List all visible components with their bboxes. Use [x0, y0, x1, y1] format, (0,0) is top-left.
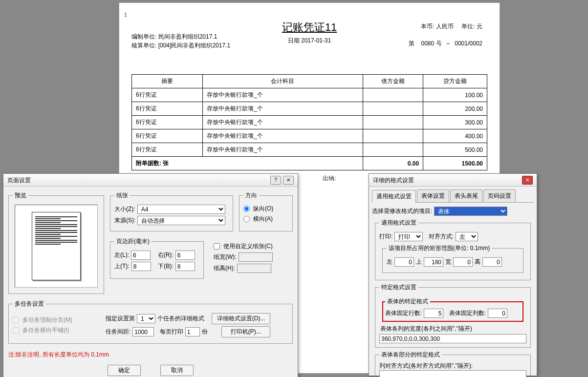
total-debit: 0.00	[363, 157, 423, 170]
margin-left-input[interactable]	[131, 251, 151, 260]
cell-subject: 存放中央银行款项_个	[203, 102, 363, 116]
orientation-group: 方向 纵向(O) 横向(A)	[239, 191, 293, 231]
date-label: 日期	[288, 37, 300, 44]
col-align-input[interactable]	[379, 370, 526, 377]
multitask-legend: 多任务设置	[13, 300, 46, 308]
printer-button[interactable]: 打印机(P)...	[221, 326, 270, 337]
common-format-group: 通用格式设置 打印: 打印 对齐方式: 左 该项目所占用的矩形范围(单位: 0.…	[375, 219, 531, 280]
date-value: 2017-01-31	[301, 37, 331, 44]
cell-debit	[363, 143, 423, 157]
no-value: 0080 号	[421, 40, 442, 47]
rect-width-input[interactable]	[453, 257, 473, 267]
col-subject: 会计科目	[203, 75, 363, 88]
voucher-table: 摘要 会计科目 借方金额 贷方金额 6行凭证存放中央银行款项_个100.006行…	[131, 74, 487, 170]
org-value: 民间非盈利组织2017.1	[158, 33, 218, 40]
col-summary: 摘要	[132, 75, 203, 88]
align-select[interactable]: 左	[456, 232, 478, 241]
cell-debit	[363, 88, 423, 102]
tab-common[interactable]: 通用格式设置	[372, 190, 416, 203]
print-select[interactable]: 打印	[394, 232, 423, 241]
cell-summary: 6行凭证	[132, 129, 203, 143]
common-format-legend: 通用格式设置	[379, 219, 418, 227]
detail-format-button[interactable]: 详细格式设置(D)...	[212, 313, 271, 324]
tab-body[interactable]: 表体设置	[417, 189, 449, 202]
acc-label: 核算单位:	[131, 42, 156, 49]
paper-source-label: 来源(S):	[114, 216, 135, 225]
col-width-input[interactable]	[379, 334, 526, 343]
body-parts-legend: 表体各部分的特定格式	[379, 351, 442, 359]
cell-summary: 6行凭证	[132, 143, 203, 157]
col-width-label: 表体各列的宽度(各列之间用","隔开)	[380, 325, 525, 333]
close-button[interactable]: ✕	[283, 176, 294, 185]
set-task-no-label-r: 个任务的详细格式	[157, 314, 204, 323]
task-gap-input[interactable]	[132, 327, 154, 336]
cancel-button[interactable]: 取消	[160, 365, 194, 376]
paper-group: 纸张 大小(Z): A4 来源(S): 自动选择	[110, 191, 233, 231]
margin-right-input[interactable]	[175, 251, 195, 260]
tab-pageno[interactable]: 页码设置	[483, 189, 516, 202]
select-item-dropdown[interactable]: 表体	[434, 207, 507, 216]
rect-group: 该项目所占用的矩形范围(单位: 0.1mm) 左 上 宽 高	[382, 244, 523, 273]
perpage-label-l: 每页打印	[160, 328, 183, 336]
cell-subject: 存放中央银行款项_个	[203, 143, 363, 157]
paper-width-label: 纸宽(W):	[214, 253, 237, 261]
cell-summary: 6行凭证	[132, 102, 203, 116]
print-label: 打印:	[379, 232, 392, 241]
paper-height-label: 纸高(H):	[214, 264, 235, 272]
rect-top-input[interactable]	[424, 257, 443, 267]
preview-legend: 预览	[13, 191, 28, 200]
cell-subject: 存放中央银行款项_个	[203, 88, 363, 102]
table-row: 6行凭证存放中央银行款项_个500.00	[132, 143, 487, 157]
cell-debit	[363, 129, 423, 143]
help-button[interactable]: ?	[270, 176, 281, 185]
preview-pane	[15, 205, 98, 288]
page-corner-number: 1	[124, 12, 127, 18]
unit-value: 元	[477, 23, 482, 30]
cell-debit	[363, 102, 423, 116]
cell-summary: 6行凭证	[132, 88, 203, 102]
org-label: 编制单位:	[131, 33, 156, 40]
paper-source-select[interactable]: 自动选择	[137, 216, 225, 225]
table-row: 6行凭证存放中央银行款项_个100.00	[132, 88, 487, 102]
cell-debit	[363, 116, 423, 129]
detail-format-dialog: 详细的格式设置 ✕ 通用格式设置 表体设置 表头表尾 页码设置 选择需修改格式的…	[369, 173, 537, 376]
page-setup-title: 页面设置	[7, 174, 31, 187]
custom-paper-checkbox[interactable]	[214, 243, 220, 250]
rect-height-input[interactable]	[482, 257, 502, 267]
perpage-input[interactable]	[185, 327, 200, 336]
rect-top-label: 上	[416, 258, 422, 266]
detail-close-button[interactable]: ✕	[522, 176, 533, 185]
cell-credit: 100.00	[423, 88, 487, 102]
multitask-group: 多任务设置 多任务强制分页(M) 多任务横向平铺(I) 指定设置第 1 个任务的…	[8, 300, 293, 344]
paper-size-select[interactable]: A4	[137, 205, 225, 214]
set-task-no-select[interactable]: 1	[137, 314, 155, 323]
specific-format-group: 特定格式设置 表体的特定格式 表体固定行数: 表体固定列数: 表体各列的宽度(各…	[375, 283, 531, 348]
col-align-label: 列对齐方式(各对齐方式间用","隔开):	[379, 362, 526, 370]
orientation-landscape-label: 横向(A)	[253, 215, 273, 223]
margin-bottom-input[interactable]	[175, 262, 195, 271]
meta-left: 编制单位: 民间非盈利组织2017.1 核算单位: [004]民间非盈利组织20…	[131, 32, 230, 50]
fixed-cols-input[interactable]	[488, 309, 507, 318]
cell-credit: 400.00	[423, 129, 487, 143]
ok-button[interactable]: 确定	[108, 365, 141, 376]
custom-paper-block: 使用自定义纸张(C) 纸宽(W): 纸高(H):	[210, 237, 293, 279]
rect-left-input[interactable]	[394, 257, 414, 267]
orientation-portrait-label: 纵向(O)	[253, 205, 273, 213]
margin-top-input[interactable]	[131, 262, 151, 271]
margin-left-label: 左(L):	[114, 251, 129, 259]
force-break-label: 多任务强制分页(M)	[22, 316, 72, 324]
force-break-checkbox	[13, 317, 19, 323]
paper-legend: 纸张	[114, 191, 130, 200]
tab-headfoot[interactable]: 表头表尾	[450, 189, 482, 202]
cell-summary: 6行凭证	[132, 116, 203, 129]
cell-subject: 存放中央银行款项_个	[203, 116, 363, 129]
no-sep: –	[447, 40, 450, 47]
table-row: 6行凭证存放中央银行款项_个300.00	[132, 116, 487, 129]
fixed-rows-input[interactable]	[424, 309, 443, 318]
acc-value: [004]民间非盈利组织2017.1	[158, 42, 230, 49]
meta-right-currency: 本币: 人民币 单位: 元	[421, 22, 482, 31]
no-label: 第	[409, 40, 414, 47]
orientation-portrait-radio[interactable]	[243, 206, 250, 212]
rect-legend: 该项目所占用的矩形范围(单位: 0.1mm)	[387, 244, 492, 252]
orientation-landscape-radio[interactable]	[243, 216, 250, 222]
